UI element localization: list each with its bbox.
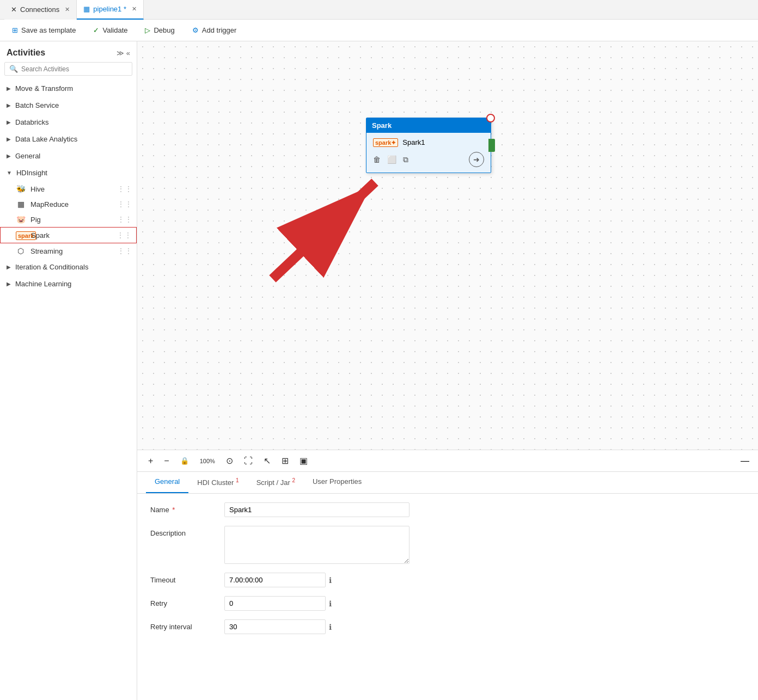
drag-handle-icon[interactable]: ⋮⋮ — [117, 200, 132, 208]
retry-field-row: Retry ℹ — [150, 596, 745, 611]
drag-handle-icon[interactable]: ⋮⋮ — [117, 247, 132, 255]
sidebar-item-general[interactable]: ▶ General — [0, 148, 137, 164]
sidebar-item-iteration[interactable]: ▶ Iteration & Conditionals — [0, 259, 137, 275]
tab-connections-close[interactable]: ✕ — [65, 6, 70, 13]
spark-node-actions: 🗑 ⬜ ⧉ ➜ — [373, 152, 484, 167]
tab-general[interactable]: General — [146, 472, 188, 493]
collapse-panel-icon[interactable]: — — [741, 456, 749, 466]
validate-button[interactable]: ✓ Validate — [90, 24, 131, 36]
delete-icon[interactable]: 🗑 — [373, 155, 381, 164]
tab-script-jar[interactable]: Script / Jar 2 — [248, 472, 304, 493]
timeout-label: Timeout — [150, 573, 216, 584]
pointer-tool-button[interactable]: ↖ — [261, 455, 273, 467]
retry-interval-info-icon[interactable]: ℹ — [329, 623, 332, 631]
sidebar: Activities ≫ « 🔍 ▶ Move & Transform ▶ Ba… — [0, 41, 137, 700]
tab-user-properties[interactable]: User Properties — [304, 472, 370, 493]
category-label: General — [15, 152, 40, 160]
fit-button[interactable]: 100% — [198, 457, 217, 465]
retry-input[interactable] — [224, 596, 326, 611]
activity-item-spark[interactable]: spark Spark ⋮⋮ — [0, 227, 137, 243]
description-input[interactable] — [224, 526, 409, 564]
collapse-icon[interactable]: ≫ — [117, 49, 124, 57]
tab-bar: ✕ Connections ✕ ▦ pipeline1 * ✕ — [0, 0, 758, 20]
canvas-area: Spark spark✦ Spark1 🗑 ⬜ ⧉ ➜ — [137, 41, 758, 700]
layout-button[interactable]: ⊞ — [279, 455, 291, 467]
main-layout: Activities ≫ « 🔍 ▶ Move & Transform ▶ Ba… — [0, 41, 758, 700]
streaming-icon: ⬡ — [15, 247, 26, 255]
category-label: Databricks — [15, 118, 48, 126]
properties-content: Name * Description Timeout — [137, 494, 758, 700]
arrow-icon: ▶ — [7, 153, 11, 159]
category-label: Move & Transform — [15, 84, 73, 93]
sidebar-header: Activities ≫ « — [0, 41, 137, 62]
category-label: Iteration & Conditionals — [15, 263, 88, 271]
spark-node-icon: spark✦ — [373, 138, 398, 146]
category-label: Batch Service — [15, 101, 59, 109]
activity-label: Hive — [30, 185, 45, 193]
sidebar-item-databricks[interactable]: ▶ Databricks — [0, 114, 137, 131]
arrow-right-icon: ➜ — [473, 155, 480, 164]
spark-node[interactable]: Spark spark✦ Spark1 🗑 ⬜ ⧉ ➜ — [366, 118, 491, 173]
arrange-button[interactable]: ▣ — [297, 455, 310, 467]
arrow-icon: ▶ — [7, 264, 11, 270]
sidebar-item-batch-service[interactable]: ▶ Batch Service — [0, 97, 137, 114]
arrow-icon: ▶ — [7, 281, 11, 287]
drag-handle-icon[interactable]: ⋮⋮ — [117, 231, 132, 240]
name-label: Name * — [150, 502, 216, 514]
spark-node-header: Spark — [366, 118, 491, 133]
add-connection-button[interactable]: ➜ — [469, 152, 484, 167]
arrow-icon: ▶ — [7, 119, 11, 125]
save-as-template-button[interactable]: ⊞ Save as template — [9, 24, 79, 36]
duplicate-icon[interactable]: ⧉ — [403, 155, 408, 164]
lock-button[interactable]: 🔒 — [178, 456, 191, 466]
properties-tabs: General HDI Cluster 1 Script / Jar 2 Use… — [137, 472, 758, 494]
zoom-out-button[interactable]: − — [162, 455, 171, 467]
search-input[interactable] — [21, 65, 127, 73]
spark-node-label: spark✦ Spark1 — [373, 138, 484, 146]
description-label: Description — [150, 526, 216, 537]
name-input[interactable] — [224, 502, 409, 517]
zoom-in-button[interactable]: + — [146, 455, 155, 467]
debug-button[interactable]: ▷ Debug — [142, 24, 178, 36]
expand-icon[interactable]: « — [126, 49, 130, 57]
search-icon: 🔍 — [9, 65, 18, 73]
retry-interval-field-row: Retry interval ℹ — [150, 619, 745, 634]
sidebar-controls[interactable]: ≫ « — [117, 49, 130, 57]
category-label: Machine Learning — [15, 280, 71, 288]
spark-icon: spark — [16, 231, 27, 240]
node-connection-handle[interactable] — [488, 139, 495, 152]
fit-canvas-button[interactable]: ⊙ — [224, 455, 235, 467]
timeout-info-icon[interactable]: ℹ — [329, 576, 332, 585]
timeout-input[interactable] — [224, 573, 326, 587]
activity-item-hive[interactable]: 🐝 Hive ⋮⋮ — [0, 181, 137, 197]
copy-icon[interactable]: ⬜ — [387, 155, 396, 164]
sidebar-item-data-lake-analytics[interactable]: ▶ Data Lake Analytics — [0, 131, 137, 148]
activity-item-mapreduce[interactable]: ▦ MapReduce ⋮⋮ — [0, 197, 137, 212]
fullscreen-button[interactable]: ⛶ — [242, 455, 255, 467]
drag-handle-icon[interactable]: ⋮⋮ — [117, 185, 132, 193]
drag-handle-icon[interactable]: ⋮⋮ — [117, 215, 132, 224]
activity-label: Streaming — [30, 247, 63, 255]
properties-panel: General HDI Cluster 1 Script / Jar 2 Use… — [137, 471, 758, 700]
activity-item-pig[interactable]: 🐷 Pig ⋮⋮ — [0, 212, 137, 227]
required-indicator: * — [172, 506, 175, 514]
sidebar-item-machine-learning[interactable]: ▶ Machine Learning — [0, 275, 137, 292]
retry-info-icon[interactable]: ℹ — [329, 599, 332, 608]
retry-interval-input[interactable] — [224, 619, 326, 634]
hive-icon: 🐝 — [15, 185, 26, 193]
tab-hdi-cluster[interactable]: HDI Cluster 1 — [188, 472, 247, 493]
timeout-field-row: Timeout ℹ — [150, 573, 745, 587]
main-toolbar: ⊞ Save as template ✓ Validate ▷ Debug ⚙ … — [0, 20, 758, 41]
validate-icon: ✓ — [93, 26, 99, 34]
activity-item-streaming[interactable]: ⬡ Streaming ⋮⋮ — [0, 243, 137, 259]
connections-icon: ✕ — [11, 5, 17, 14]
add-trigger-button[interactable]: ⚙ Add trigger — [189, 24, 240, 36]
arrow-icon: ▼ — [7, 170, 12, 176]
tab-connections[interactable]: ✕ Connections ✕ — [4, 0, 77, 20]
tab-pipeline1[interactable]: ▦ pipeline1 * ✕ — [77, 0, 144, 20]
tab-pipeline1-close[interactable]: ✕ — [132, 5, 137, 13]
sidebar-item-move-transform[interactable]: ▶ Move & Transform — [0, 80, 137, 97]
sidebar-item-hdinsight[interactable]: ▼ HDInsight — [0, 164, 137, 181]
canvas[interactable]: Spark spark✦ Spark1 🗑 ⬜ ⧉ ➜ — [137, 41, 758, 450]
sidebar-title: Activities — [7, 48, 45, 58]
